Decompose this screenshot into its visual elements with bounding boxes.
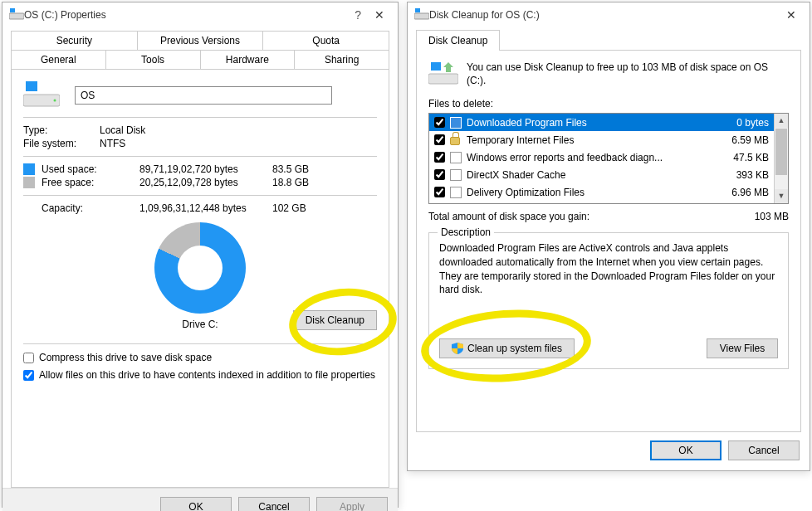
tab-security[interactable]: Security	[11, 31, 138, 50]
capacity-h: 102 GB	[272, 202, 306, 214]
type-value: Local Disk	[100, 124, 145, 136]
total-label: Total amount of disk space you gain:	[428, 211, 589, 222]
scroll-thumb[interactable]	[775, 129, 787, 175]
svg-rect-7	[428, 74, 458, 84]
tab-area: Security Previous Versions Quota General…	[11, 31, 389, 488]
shield-icon	[452, 343, 463, 354]
free-swatch	[23, 177, 35, 188]
svg-rect-5	[414, 13, 429, 19]
type-label: Type:	[23, 124, 100, 136]
view-files-button[interactable]: View Files	[707, 338, 778, 358]
index-label: Allow files on this drive to have conten…	[39, 368, 375, 382]
tab-sharing[interactable]: Sharing	[295, 50, 389, 69]
file-icon	[450, 169, 462, 181]
dc-ok-button[interactable]: OK	[650, 440, 722, 460]
file-item[interactable]: Delivery Optimization Files6.96 MB	[429, 183, 774, 201]
scroll-up-icon[interactable]: ▲	[775, 114, 788, 128]
file-icon	[450, 152, 462, 163]
window-title: OS (C:) Properties	[24, 9, 348, 21]
drive-icon	[414, 8, 429, 22]
dc-window-title: Disk Cleanup for OS (C:)	[429, 9, 780, 21]
clean-system-files-button[interactable]: Clean up system files	[439, 338, 575, 358]
svg-rect-1	[10, 8, 15, 12]
dc-tab-strip: Disk Cleanup	[416, 29, 801, 51]
dc-titlebar: Disk Cleanup for OS (C:) ✕	[408, 2, 810, 27]
files-list: Downloaded Program Files0 bytesTemporary…	[428, 113, 789, 204]
drive-icon	[9, 8, 24, 22]
cleanup-icon	[428, 61, 458, 88]
file-item-size: 0 bytes	[730, 117, 769, 129]
scroll-down-icon[interactable]: ▼	[775, 189, 788, 203]
file-item-size: 6.96 MB	[725, 187, 769, 198]
tab-previous-versions[interactable]: Previous Versions	[138, 31, 264, 50]
file-item[interactable]: Temporary Internet Files6.59 MB	[429, 131, 774, 148]
used-swatch	[23, 163, 35, 175]
svg-rect-4	[26, 81, 37, 91]
compress-checkbox[interactable]	[23, 353, 34, 363]
tab-hardware[interactable]: Hardware	[201, 50, 296, 69]
file-item-name: Delivery Optimization Files	[467, 187, 725, 198]
file-icon	[450, 187, 462, 198]
file-item-checkbox[interactable]	[434, 187, 445, 197]
description-legend: Description	[438, 226, 494, 238]
file-item-size: 6.59 MB	[725, 134, 769, 146]
capacity-bytes: 1,09,96,31,12,448 bytes	[139, 202, 272, 214]
disk-cleanup-dialog: Disk Cleanup for OS (C:) ✕ Disk Cleanup …	[407, 2, 810, 471]
dc-close-button[interactable]: ✕	[780, 8, 803, 22]
cancel-button[interactable]: Cancel	[238, 497, 310, 511]
dc-cancel-button[interactable]: Cancel	[728, 440, 800, 460]
file-item-size: 47.5 KB	[726, 152, 769, 163]
tab-tools[interactable]: Tools	[106, 50, 201, 69]
free-h: 18.8 GB	[272, 177, 309, 188]
svg-rect-6	[415, 8, 420, 12]
file-item-name: Downloaded Program Files	[467, 117, 730, 129]
free-bytes: 20,25,12,09,728 bytes	[139, 177, 272, 188]
usage-donut	[154, 222, 246, 314]
list-scrollbar[interactable]: ▲ ▼	[774, 114, 788, 203]
index-checkbox[interactable]	[23, 370, 34, 381]
file-item[interactable]: Windows error reports and feedback diagn…	[429, 148, 774, 166]
description-text: Downloaded Program Files are ActiveX con…	[439, 241, 778, 297]
file-item-checkbox[interactable]	[434, 134, 445, 145]
fs-value: NTFS	[100, 138, 125, 149]
svg-rect-8	[431, 62, 441, 71]
total-value: 103 MB	[755, 211, 789, 222]
capacity-label: Capacity:	[23, 202, 139, 214]
file-item-name: Windows error reports and feedback diagn…	[467, 152, 726, 163]
ok-button[interactable]: OK	[160, 497, 232, 511]
compress-label: Compress this drive to save disk space	[39, 351, 212, 364]
close-button[interactable]: ✕	[368, 8, 391, 22]
file-item[interactable]: Downloaded Program Files0 bytes	[429, 114, 774, 131]
dc-info-text: You can use Disk Cleanup to free up to 1…	[467, 61, 789, 87]
folder-icon	[450, 117, 462, 129]
file-item[interactable]: DirectX Shader Cache393 KB	[429, 166, 774, 183]
file-item-checkbox[interactable]	[434, 152, 445, 163]
free-label: Free space:	[42, 177, 139, 188]
description-group: Description Downloaded Program Files are…	[428, 232, 789, 369]
files-to-delete-label: Files to delete:	[428, 98, 789, 110]
file-item-checkbox[interactable]	[434, 169, 445, 180]
tab-quota[interactable]: Quota	[263, 31, 389, 50]
svg-point-3	[54, 100, 56, 102]
file-item-name: Temporary Internet Files	[467, 134, 725, 146]
file-item-name: DirectX Shader Cache	[467, 169, 730, 181]
drive-large-icon	[23, 80, 60, 110]
used-bytes: 89,71,19,02,720 bytes	[139, 163, 272, 175]
disk-cleanup-button[interactable]: Disk Cleanup	[293, 310, 377, 330]
dc-tab-disk-cleanup[interactable]: Disk Cleanup	[416, 30, 500, 51]
apply-button[interactable]: Apply	[316, 497, 388, 511]
tab-general[interactable]: General	[11, 50, 106, 69]
used-h: 83.5 GB	[272, 163, 309, 175]
file-item-size: 393 KB	[730, 169, 769, 181]
dc-dialog-buttons: OK Cancel	[408, 432, 810, 469]
lock-icon	[450, 134, 462, 145]
drive-name-input[interactable]	[75, 86, 332, 105]
clean-system-files-label: Clean up system files	[467, 343, 562, 354]
properties-dialog: OS (C:) Properties ? ✕ Security Previous…	[2, 2, 399, 508]
file-item-checkbox[interactable]	[434, 117, 445, 128]
dc-panel: You can use Disk Cleanup to free up to 1…	[416, 51, 801, 432]
general-panel: Type:Local Disk File system:NTFS Used sp…	[11, 69, 389, 488]
help-button[interactable]: ?	[348, 8, 368, 22]
used-label: Used space:	[42, 163, 139, 175]
dialog-buttons: OK Cancel Apply	[2, 488, 398, 511]
